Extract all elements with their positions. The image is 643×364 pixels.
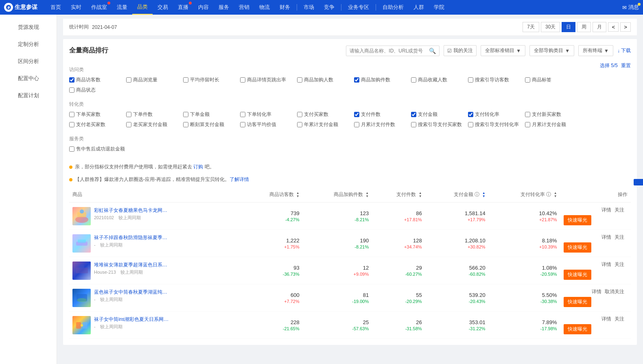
dropdown2-chevron: ▼ [565, 48, 570, 54]
sidebar-item-plan[interactable]: 配置计划 [0, 87, 57, 104]
metric-visitors[interactable]: 商品访客数 [69, 76, 126, 83]
nav-category[interactable]: 品类 [132, 0, 153, 15]
quick-exposure-btn-1[interactable]: 快速曝光 [564, 242, 591, 253]
metric-avg-value[interactable]: 访客平均价值 [240, 121, 297, 128]
action-详情-2[interactable]: 详情 [601, 262, 611, 267]
sidebar-item-source[interactable]: 货源发现 [0, 19, 57, 36]
action-关注-1[interactable]: 关注 [615, 234, 624, 240]
product-name-4[interactable]: 袜子女中筒ins潮彩色夏天日系网红... [94, 316, 169, 323]
scroll-hint[interactable]: 下 [634, 179, 643, 185]
nav-logistics[interactable]: 物流 [254, 0, 275, 15]
action-详情-0[interactable]: 详情 [601, 207, 611, 213]
guide-category-dropdown[interactable]: 全部导购类目 ▼ [529, 45, 574, 56]
metric-pay-buyers[interactable]: 支付买家数 [297, 111, 354, 118]
th-paid-qty[interactable]: 支付件数 ▲▼ [372, 187, 425, 203]
th-paid-amt[interactable]: 支付金额 ⓘ ▲▼ [425, 187, 489, 203]
metric-new-buyers[interactable]: 支付新买家数 [525, 111, 582, 118]
product-name-1[interactable]: 袜子不掉跟春秋防滑隐形袜夏季薄款... [94, 234, 169, 241]
metric-pay-rate[interactable]: 支付转化率 [468, 111, 525, 118]
download-btn[interactable]: ↓ 下载 [617, 47, 631, 54]
brand-logo[interactable]: 参 生意参谋 [4, 3, 37, 12]
metric-order-amt[interactable]: 下单金额 [183, 111, 240, 118]
action-详情-4[interactable]: 详情 [601, 316, 611, 322]
action-关注-0[interactable]: 关注 [615, 207, 624, 213]
message-btn[interactable]: ✉ 消息 [622, 4, 639, 11]
time-prev-btn[interactable]: < [608, 22, 619, 32]
metric-collect[interactable]: 商品收藏人数 [411, 76, 468, 83]
nav-selfanalysis[interactable]: 自助分析 [378, 0, 409, 15]
metric-refund[interactable]: 售中售后成功退款金额 [69, 146, 126, 153]
subscribe-link[interactable]: 订购 [193, 164, 203, 170]
product-name-3[interactable]: 蓝色袜子女中筒春秋夏季湖蓝纯色韩... [94, 289, 169, 296]
nav-realtime[interactable]: 实时 [66, 0, 86, 15]
metric-search-visitors[interactable]: 搜索引导访客数 [468, 76, 525, 83]
sidebar-item-config[interactable]: 配置中心 [0, 70, 57, 87]
nav-finance[interactable]: 财务 [275, 0, 295, 15]
nav-traffic[interactable]: 流量 [112, 0, 132, 15]
metric-bounce[interactable]: 商品详情页跳出率 [240, 76, 297, 83]
nav-live[interactable]: 直播 [173, 0, 193, 15]
terminal-dropdown[interactable]: 所有终端 ▼ [578, 45, 613, 56]
product-name-2[interactable]: 堆堆袜女薄款夏季超薄蓝色日系网纱... [94, 262, 169, 268]
learn-more-link[interactable]: 了解详情 [230, 177, 249, 182]
metric-addcart-qty[interactable]: 商品加购件数 [354, 76, 411, 83]
sidebar-item-custom[interactable]: 定制分析 [0, 36, 57, 53]
metric-pay-qty[interactable]: 支付件数 [354, 111, 411, 118]
quick-exposure-btn-2[interactable]: 快速曝光 [564, 270, 591, 280]
th-addcart[interactable]: 商品加购件数 ▲▼ [303, 187, 372, 203]
nav-warroom[interactable]: 作战室 [86, 0, 112, 15]
time-btn-day[interactable]: 日 [562, 22, 575, 32]
nav-marketing[interactable]: 营销 [234, 0, 254, 15]
time-btn-30d[interactable]: 30天 [541, 22, 560, 32]
nav-market[interactable]: 市场 [299, 0, 319, 15]
time-next-btn[interactable]: > [620, 22, 631, 32]
metric-old-amt[interactable]: 老买家支付金额 [126, 121, 183, 128]
metric-order-rate[interactable]: 下单转化率 [240, 111, 297, 118]
nav-competition[interactable]: 竞争 [319, 0, 339, 15]
action-取消关注-3[interactable]: 取消关注 [605, 289, 624, 294]
metric-addcart-person[interactable]: 商品加购人数 [297, 76, 354, 83]
quick-exposure-btn-4[interactable]: 快速曝光 [564, 324, 591, 334]
my-follow-btn[interactable]: ☑ 我的关注 [444, 45, 477, 56]
nav-home[interactable]: 首页 [46, 0, 66, 15]
nav-trade[interactable]: 交易 [153, 0, 173, 15]
quick-exposure-btn-0[interactable]: 快速曝光 [564, 215, 591, 225]
metric-status[interactable]: 商品状态 [69, 87, 126, 94]
metric-search-pay-buyers[interactable]: 搜索引导支付买家数 [411, 121, 468, 128]
metric-pay-amt[interactable]: 支付金额 [411, 111, 468, 118]
metric-tag[interactable]: 商品标签 [525, 76, 582, 83]
metric-year-amt[interactable]: 年累计支付金额 [297, 121, 354, 128]
metric-month-qty[interactable]: 月累计支付件数 [354, 121, 411, 128]
action-关注-4[interactable]: 关注 [615, 316, 624, 322]
th-conversion[interactable]: 支付转化率 ⓘ ▲▼ [489, 187, 560, 203]
metric-pageviews[interactable]: 商品浏览量 [126, 76, 183, 83]
addcart-value-0: 123 [306, 210, 369, 216]
time-btn-week[interactable]: 周 [577, 22, 591, 32]
action-详情-1[interactable]: 详情 [601, 234, 611, 240]
action-关注-2[interactable]: 关注 [615, 262, 624, 267]
metric-month-amt[interactable]: 月累计支付金额 [525, 121, 582, 128]
time-btn-7d[interactable]: 7天 [523, 22, 539, 32]
metric-search-pay-rate[interactable]: 搜索引导支付转化率 [468, 121, 525, 128]
metric-dwell[interactable]: 平均停留时长 [183, 76, 240, 83]
nav-crowd[interactable]: 人群 [409, 0, 429, 15]
metric-old-buyers[interactable]: 支付老买家数 [69, 121, 126, 128]
nav-bizzone[interactable]: 业务专区 [343, 0, 374, 15]
sidebar-item-interval[interactable]: 区间分析 [0, 53, 57, 70]
quick-exposure-btn-3[interactable]: 快速曝光 [564, 297, 591, 307]
product-name-0[interactable]: 彩虹袜子女春夏糖果色马卡龙网红中... [94, 207, 169, 214]
th-visitors[interactable]: 商品访客数 ▲▼ [241, 187, 302, 203]
search-input[interactable] [350, 48, 429, 54]
standard-category-dropdown[interactable]: 全部标准销目 ▼ [481, 45, 525, 56]
action-cell-0: 详情关注 快速曝光 [560, 203, 631, 230]
nav-content[interactable]: 内容 [193, 0, 214, 15]
product-code-4: - 较上周同期 [94, 324, 169, 330]
nav-academy[interactable]: 学院 [429, 0, 449, 15]
time-btn-month[interactable]: 月 [593, 22, 606, 32]
reset-label[interactable]: 重置 [621, 62, 631, 69]
metric-break-amt[interactable]: 断刻算支付金额 [183, 121, 240, 128]
action-详情-3[interactable]: 详情 [592, 289, 601, 294]
nav-service[interactable]: 服务 [214, 0, 234, 15]
metric-order-qty[interactable]: 下单件数 [126, 111, 183, 118]
metric-order-buyers[interactable]: 下单买家数 [69, 111, 126, 118]
